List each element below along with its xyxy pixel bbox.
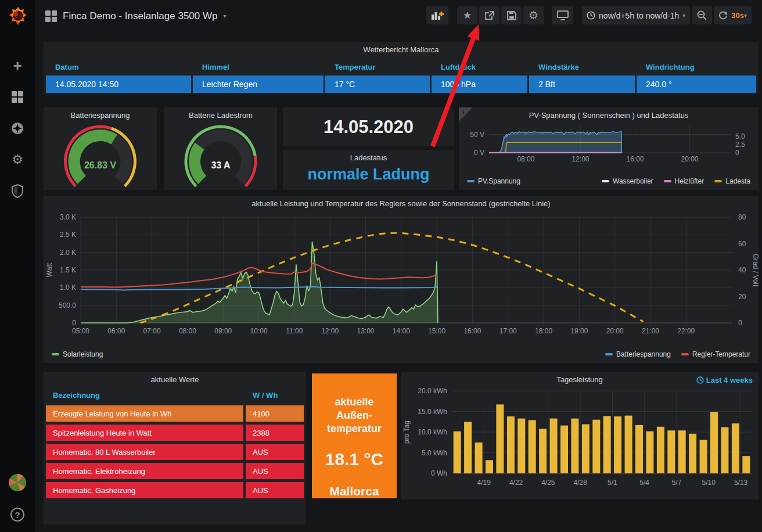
svg-text:07:00: 07:00 [143, 327, 161, 335]
legend-item[interactable]: Wasserboiler [602, 177, 653, 185]
settings-gear-icon[interactable]: ⚙ [10, 152, 25, 167]
legend-swatch [664, 180, 671, 182]
svg-text:11:00: 11:00 [286, 327, 303, 335]
svg-text:0: 0 [735, 149, 739, 157]
svg-text:1.5 K: 1.5 K [60, 266, 76, 274]
time-range-picker[interactable]: now/d+5h to now/d-1h ▾ [582, 6, 690, 24]
save-button[interactable] [501, 6, 522, 24]
svg-text:21:00: 21:00 [642, 327, 659, 335]
time-range-badge-label: Last 4 weeks [706, 376, 753, 384]
svg-text:80: 80 [738, 213, 746, 221]
legend-swatch [52, 353, 59, 355]
weather-col-temperatur: Temperatur [325, 60, 430, 74]
svg-text:1.0 K: 1.0 K [60, 283, 76, 292]
pv-voltage-panel: i PV-Spannung ( Sonnenschein ) und Lades… [459, 107, 759, 190]
daily-output-panel: Tagesleistung Last 4 weeks 0 Wh5.0 kWh10… [401, 372, 759, 499]
pv-legend: PV.SpannungWasserboilerHeizlüfterLadesta [467, 177, 750, 185]
add-icon[interactable]: + [10, 58, 25, 73]
grafana-logo-icon[interactable] [8, 6, 28, 27]
chevron-down-icon: ▾ [682, 12, 685, 19]
svg-text:2.5: 2.5 [735, 141, 745, 149]
svg-text:4/25: 4/25 [541, 479, 555, 487]
charge-status-value: normale Ladung [283, 166, 454, 184]
dashboard-grid-icon [45, 10, 57, 22]
table-row: Homematic. 80 L WasserboilerAUS [46, 444, 304, 460]
svg-text:22:00: 22:00 [677, 327, 695, 335]
svg-text:16:00: 16:00 [626, 155, 644, 163]
svg-text:08:00: 08:00 [179, 327, 196, 335]
explore-icon[interactable] [10, 121, 25, 136]
col-bezeichnung[interactable]: Bezeichnung [46, 389, 243, 401]
svg-text:10.0 kWh: 10.0 kWh [418, 428, 447, 436]
legend-item[interactable]: PV.Spannung [467, 177, 520, 185]
refresh-interval-label: 30s [731, 11, 744, 20]
svg-text:5/1: 5/1 [608, 479, 617, 487]
svg-text:Grad / Volt: Grad / Volt [752, 254, 759, 287]
svg-text:16:00: 16:00 [463, 327, 481, 335]
svg-text:14:00: 14:00 [393, 327, 410, 335]
admin-shield-icon[interactable] [10, 184, 25, 199]
chevron-down-icon: ▾ [223, 13, 226, 19]
svg-text:09:00: 09:00 [214, 327, 232, 335]
weather-val-windstaerke: 2 Bft [529, 76, 635, 93]
charge-status-panel: Ladestatus normale Ladung [283, 150, 454, 190]
legend-item[interactable]: Ladesta [714, 177, 750, 185]
weather-val-luftdruck: 1005 hPa [432, 76, 527, 93]
refresh-button[interactable]: 30s ▾ [714, 6, 752, 24]
outside-temp-location: Mallorca [329, 484, 379, 498]
dashboard-title: Finca Demo - Inselanlage 3500 Wp [63, 10, 217, 22]
svg-text:13:00: 13:00 [357, 327, 374, 335]
current-values-panel: aktuelle Werte Bezeichnung W / Wh Erzeug… [44, 372, 306, 524]
pv-panel-title: PV-Spannung ( Sonnenschein ) und Ladesta… [459, 107, 759, 120]
svg-text:Watt: Watt [45, 263, 53, 277]
svg-text:12:00: 12:00 [321, 327, 339, 335]
battery-voltage-gauge: 26.83 V [44, 120, 157, 188]
svg-text:05:00: 05:00 [72, 327, 89, 335]
info-icon: i [462, 108, 464, 115]
dashboards-icon[interactable] [10, 89, 25, 105]
share-button[interactable] [479, 6, 499, 24]
outside-temp-label: aktuelle Außen- temperatur [327, 396, 382, 436]
svg-text:5/13: 5/13 [734, 479, 748, 487]
outside-temp-value: 18.1 °C [325, 450, 383, 469]
svg-text:5/7: 5/7 [672, 479, 682, 487]
svg-text:33 A: 33 A [211, 160, 231, 170]
col-w-wh[interactable]: W / Wh [246, 389, 304, 401]
svg-text:pro Tag: pro Tag [402, 420, 411, 444]
dashboard-settings-button[interactable]: ⚙ [523, 6, 544, 24]
svg-text:4/19: 4/19 [477, 479, 491, 487]
star-button[interactable]: ★ [457, 6, 477, 24]
svg-text:10:00: 10:00 [250, 327, 268, 335]
dashboard-title-dropdown[interactable]: Finca Demo - Inselanlage 3500 Wp ▾ [45, 10, 227, 22]
help-icon[interactable]: ? [10, 508, 24, 522]
gauge-current-title: Batterie Ladestrom [164, 107, 277, 120]
weather-panel: Wetterbericht Mallorca Datum Himmel Temp… [44, 42, 759, 94]
add-panel-button[interactable] [426, 6, 448, 24]
svg-text:0: 0 [72, 319, 76, 327]
time-range-label: now/d+5h to now/d-1h [599, 11, 679, 20]
current-values-rows: Erzeugte Leistung von Heute in Wh4100 Sp… [46, 405, 304, 498]
weather-col-himmel: Himmel [193, 60, 324, 74]
weather-val-datum: 14.05.2020 14:50 [46, 76, 191, 93]
user-avatar[interactable] [9, 474, 26, 491]
weather-val-windrichtung: 240.0 ° [637, 76, 756, 93]
legend-swatch [605, 353, 613, 355]
svg-text:5.0 kWh: 5.0 kWh [422, 449, 447, 457]
svg-text:15:00: 15:00 [428, 327, 445, 335]
legend-item[interactable]: Batteriespannung [605, 350, 671, 358]
tv-cycle-button[interactable] [552, 6, 573, 24]
legend-item[interactable]: Heizlüfter [664, 177, 705, 185]
time-range-badge[interactable]: Last 4 weeks [696, 376, 753, 384]
svg-text:3.0 K: 3.0 K [60, 213, 76, 221]
legend-item[interactable]: Regler-Temperatur [681, 350, 750, 358]
zoom-out-button[interactable] [692, 6, 712, 24]
weather-col-datum: Datum [46, 60, 191, 74]
daily-output-chart[interactable]: 0 Wh5.0 kWh10.0 kWh15.0 kWh20.0 kWh4/194… [401, 385, 759, 494]
legend-item[interactable]: Solarleistung [52, 350, 103, 358]
svg-text:26.83 V: 26.83 V [84, 160, 116, 170]
panel-info-corner[interactable] [459, 107, 473, 121]
svg-text:08:00: 08:00 [517, 155, 534, 163]
dashboards-grid-icon [12, 91, 23, 103]
pv-chart[interactable]: 08:0012:0016:0020:0050 V0 V5.02.50 [459, 121, 759, 166]
main-chart[interactable]: 05:0006:0007:0008:0009:0010:0011:0012:00… [44, 209, 759, 344]
